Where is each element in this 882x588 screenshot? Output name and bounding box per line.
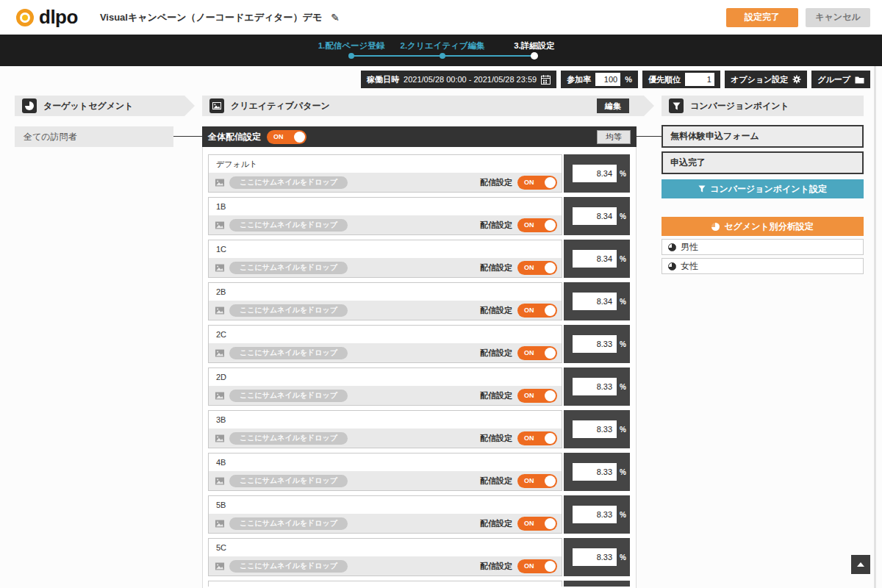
complete-settings-button[interactable]: 設定完了: [726, 8, 798, 27]
pattern-card: 5C ここにサムネイルをドロップ 配信設定 ON: [208, 538, 562, 576]
scroll-to-top-button[interactable]: [851, 555, 870, 574]
top-header: dlpo Visualキャンペーン（ノーコードエディター）デモ ✎ 設定完了 キ…: [0, 0, 882, 35]
delivery-setting-label: 配信設定: [480, 220, 512, 231]
thumbnail-drop-zone[interactable]: ここにサムネイルをドロップ: [229, 219, 348, 232]
image-icon: [215, 392, 225, 400]
toggle-knob: [545, 348, 556, 359]
toggle-on-label: ON: [524, 477, 534, 484]
rate-input[interactable]: 8.33: [573, 420, 617, 438]
analysis-segment-male[interactable]: 男性: [662, 239, 864, 255]
pattern-rate-box: 8.33 %: [564, 453, 630, 491]
pattern-rate-box: 8.34 %: [564, 154, 630, 193]
thumbnail-drop-zone[interactable]: ここにサムネイルをドロップ: [229, 347, 348, 359]
gear-icon: [792, 75, 801, 84]
analysis-segment-female[interactable]: 女性: [662, 258, 864, 274]
delivery-setting-label: 配信設定: [480, 390, 512, 401]
funnel-icon: [698, 185, 706, 193]
pattern-row: 1C ここにサムネイルをドロップ 配信設定 ON 8.34 %: [208, 240, 636, 278]
pattern-thumbnail-area: ここにサムネイルをドロップ 配信設定 ON: [209, 386, 562, 405]
pattern-name: 4B: [209, 453, 562, 471]
header-buttons: 設定完了 キャンセル: [726, 8, 870, 27]
segment-item-all-visitors[interactable]: 全ての訪問者: [15, 126, 173, 147]
delivery-toggle[interactable]: ON: [517, 474, 557, 488]
cancel-button[interactable]: キャンセル: [806, 8, 870, 27]
option-settings-button[interactable]: オプション設定: [725, 71, 807, 88]
pattern-thumbnail-area: ここにサムネイルをドロップ 配信設定 ON: [209, 514, 562, 533]
group-button[interactable]: グループ: [811, 71, 870, 88]
calendar-icon[interactable]: [541, 75, 551, 85]
pattern-card: 2B ここにサムネイルをドロップ 配信設定 ON: [208, 282, 562, 320]
toggle-knob: [545, 220, 556, 231]
rate-input[interactable]: 8.33: [573, 506, 617, 523]
rate-input[interactable]: 8.34: [573, 250, 617, 268]
delivery-toggle[interactable]: ON: [517, 517, 557, 531]
edit-button[interactable]: 編集: [597, 98, 629, 113]
toggle-on-label: ON: [524, 221, 534, 229]
pattern-rate-box: 8.33 %: [564, 325, 630, 363]
group-label: グループ: [817, 74, 850, 85]
delivery-toggle[interactable]: ON: [517, 346, 557, 360]
rate-input[interactable]: 8.34: [573, 293, 617, 310]
delivery-setting-label: 配信設定: [480, 348, 512, 359]
segment-analysis-settings-button[interactable]: セグメント別分析設定: [662, 217, 864, 236]
step-3-label[interactable]: 3.詳細設定: [514, 40, 555, 51]
participation-input[interactable]: [595, 73, 620, 86]
rate-input[interactable]: 8.34: [573, 165, 617, 182]
pattern-thumbnail-area: ここにサムネイルをドロップ 配信設定 ON: [209, 556, 562, 576]
delivery-toggle[interactable]: ON: [517, 304, 557, 318]
rate-unit: %: [620, 170, 626, 178]
rate-input[interactable]: 8.34: [573, 207, 617, 225]
overall-delivery-toggle[interactable]: ON: [267, 130, 306, 144]
toggle-on-label: ON: [524, 264, 534, 271]
rate-input[interactable]: 8.33: [573, 463, 617, 481]
thumbnail-drop-zone[interactable]: ここにサムネイルをドロップ: [229, 560, 348, 573]
delivery-toggle[interactable]: ON: [517, 261, 557, 275]
rate-input[interactable]: 8.33: [573, 548, 617, 566]
target-segment-header: ターゲットセグメント: [15, 96, 195, 116]
delivery-toggle[interactable]: ON: [517, 431, 557, 445]
delivery-toggle[interactable]: ON: [517, 218, 557, 232]
thumbnail-drop-zone[interactable]: ここにサムネイルをドロップ: [229, 475, 348, 487]
schedule-box[interactable]: 稼働日時 2021/05/28 00:00 - 2021/05/28 23:59: [361, 71, 556, 88]
toggle-knob: [545, 262, 556, 273]
pattern-row: 5C ここにサムネイルをドロップ 配信設定 ON 8.33 %: [208, 538, 636, 576]
segment-connector-line: [173, 136, 202, 137]
segment-label: 男性: [681, 241, 698, 254]
image-icon: [215, 434, 225, 442]
pattern-list: デフォルト ここにサムネイルをドロップ 配信設定 ON 8.34 % 1B ここ…: [203, 154, 636, 576]
toggle-on-label: ON: [273, 133, 284, 140]
step-1-label[interactable]: 1.配信ページ登録: [318, 40, 385, 51]
thumbnail-drop-zone[interactable]: ここにサムネイルをドロップ: [229, 262, 348, 274]
thumbnail-drop-zone[interactable]: ここにサムネイルをドロップ: [229, 517, 348, 530]
rate-input[interactable]: 8.33: [573, 335, 617, 353]
conversion-point-item-1[interactable]: 無料体験申込フォーム: [662, 125, 864, 148]
thumbnail-drop-zone[interactable]: ここにサムネイルをドロップ: [229, 432, 348, 445]
delivery-toggle[interactable]: ON: [517, 389, 557, 403]
delivery-toggle[interactable]: ON: [517, 559, 557, 573]
conversion-point-item-2[interactable]: 申込完了: [662, 151, 864, 174]
scrollbar-track[interactable]: [874, 66, 876, 588]
pattern-row-partial: [208, 581, 636, 587]
conversion-point-header: コンバージョンポイント: [662, 96, 864, 116]
schedule-value: 2021/05/28 00:00 - 2021/05/28 23:59: [404, 75, 537, 84]
thumbnail-drop-zone[interactable]: ここにサムネイルをドロップ: [229, 176, 348, 189]
pattern-card: 1B ここにサムネイルをドロップ 配信設定 ON: [208, 197, 562, 235]
segment-label: 女性: [681, 260, 698, 273]
toggle-knob: [545, 177, 556, 188]
rate-unit: %: [620, 426, 626, 434]
conversion-point-settings-button[interactable]: コンバージョンポイント設定: [662, 179, 864, 198]
toggle-knob: [545, 305, 556, 316]
step-2-label[interactable]: 2.クリエイティブ編集: [401, 40, 485, 51]
pie-segment-icon: [22, 98, 37, 113]
delivery-toggle[interactable]: ON: [517, 176, 557, 190]
funnel-icon: [669, 98, 684, 113]
delivery-setting-label: 配信設定: [480, 518, 512, 529]
step-nav: 1.配信ページ登録 2.クリエイティブ編集 3.詳細設定: [0, 35, 882, 66]
delivery-setting-label: 配信設定: [480, 262, 512, 273]
priority-input[interactable]: [685, 73, 714, 86]
rate-input[interactable]: 8.33: [573, 378, 617, 395]
thumbnail-drop-zone[interactable]: ここにサムネイルをドロップ: [229, 304, 348, 317]
equalize-button[interactable]: 均等: [597, 130, 631, 144]
pencil-icon[interactable]: ✎: [331, 12, 340, 24]
thumbnail-drop-zone[interactable]: ここにサムネイルをドロップ: [229, 390, 348, 402]
